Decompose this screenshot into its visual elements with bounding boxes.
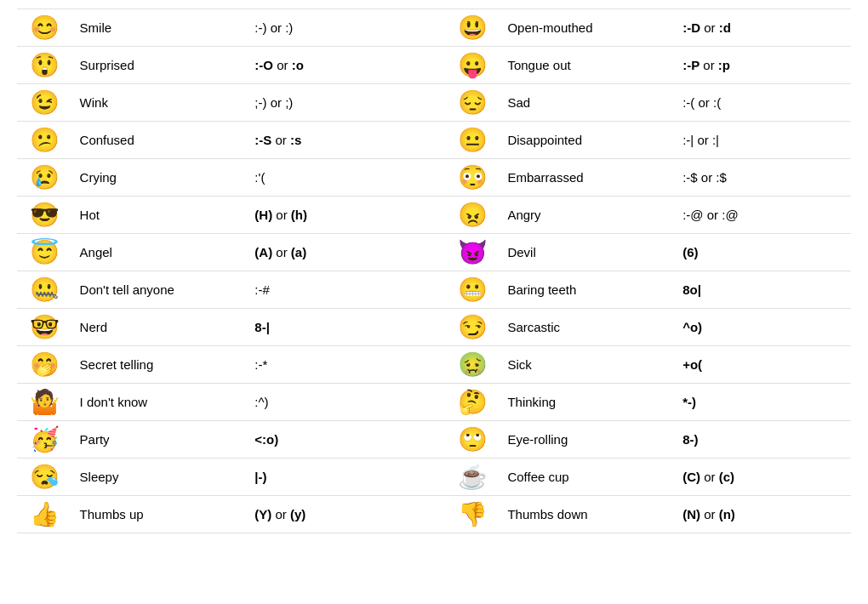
emoji-icon: 🙄	[445, 421, 501, 459]
emoji-name: Party	[73, 421, 248, 459]
emoji-name: Coffee cup	[500, 459, 676, 496]
emoji-name: Nerd	[73, 309, 248, 346]
emoji-icon: 😇	[17, 234, 73, 271]
table-row: 😕Confused:-S or :s😐Disappointed:-| or :|	[17, 122, 851, 159]
emoji-icon: 😐	[445, 122, 501, 159]
emoji-icon: 😃	[445, 9, 501, 47]
emoji-code: :-) or :)	[248, 9, 423, 47]
emoji-icon: 😲	[17, 47, 73, 84]
emoji-code: :-P or :p	[676, 47, 851, 84]
table-row: 😪Sleepy|-)☕Coffee cup(C) or (c)	[17, 459, 851, 496]
emoji-code: ^o)	[676, 309, 851, 346]
emoji-table: 😊Smile:-) or :)😃Open-mouthed:-D or :d😲Su…	[17, 9, 851, 533]
emoji-code: :-$ or :$	[676, 159, 851, 197]
emoji-code: 8o|	[676, 271, 851, 309]
table-row: 😉Wink;-) or ;)😔Sad:-( or :(	[17, 84, 851, 122]
emoji-name: Thumbs down	[500, 496, 676, 533]
emoji-name: Embarrassed	[500, 159, 676, 197]
column-divider	[423, 271, 445, 309]
column-divider	[423, 159, 445, 197]
table-row: 😲Surprised:-O or :o😛Tongue out:-P or :p	[17, 47, 851, 84]
emoji-name: Angel	[73, 234, 248, 271]
emoji-name: Baring teeth	[500, 271, 676, 309]
table-row: 👍Thumbs up(Y) or (y)👎Thumbs down(N) or (…	[17, 496, 851, 533]
emoji-name: Confused	[73, 122, 248, 159]
emoji-name: Crying	[73, 159, 248, 197]
column-divider	[423, 234, 445, 271]
column-divider	[423, 346, 445, 384]
table-row: 🥳Party<:o)🙄Eye-rolling8-)	[17, 421, 851, 459]
emoji-code: :-S or :s	[248, 122, 423, 159]
emoji-code: :-D or :d	[676, 9, 851, 47]
emoji-code: (A) or (a)	[248, 234, 423, 271]
column-divider	[423, 197, 445, 234]
emoji-icon: ☕	[445, 459, 501, 496]
column-divider	[423, 84, 445, 122]
emoji-icon: 😠	[445, 197, 501, 234]
emoji-icon: 🤐	[17, 271, 73, 309]
emoji-icon: 🥳	[17, 421, 73, 459]
emoji-icon: 😬	[445, 271, 501, 309]
emoji-name: Thinking	[500, 384, 676, 421]
emoji-name: Sarcastic	[500, 309, 676, 346]
emoji-code: ;-) or ;)	[248, 84, 423, 122]
emoji-name: Devil	[500, 234, 676, 271]
column-divider	[423, 459, 445, 496]
emoji-name: Hot	[73, 197, 248, 234]
table-row: 😇Angel(A) or (a)😈Devil(6)	[17, 234, 851, 271]
emoji-icon: 😏	[445, 309, 501, 346]
column-divider	[423, 9, 445, 47]
emoji-code: <:o)	[248, 421, 423, 459]
emoji-code: :-#	[248, 271, 423, 309]
emoji-name: Sick	[500, 346, 676, 384]
column-divider	[423, 496, 445, 533]
emoji-code: :-@ or :@	[676, 197, 851, 234]
emoji-name: Sleepy	[73, 459, 248, 496]
emoji-code: :-O or :o	[248, 47, 423, 84]
column-divider	[423, 122, 445, 159]
emoji-icon: 😔	[445, 84, 501, 122]
emoji-name: Tongue out	[500, 47, 676, 84]
emoji-icon: 😊	[17, 9, 73, 47]
emoji-name: Smile	[73, 9, 248, 47]
emoji-icon: 😢	[17, 159, 73, 197]
emoji-code: :-( or :(	[676, 84, 851, 122]
emoji-icon: 👍	[17, 496, 73, 533]
emoji-icon: 🤭	[17, 346, 73, 384]
table-row: 🤐Don't tell anyone:-#😬Baring teeth8o|	[17, 271, 851, 309]
table-row: 🤭Secret telling:-*🤢Sick+o(	[17, 346, 851, 384]
emoji-icon: 😳	[445, 159, 501, 197]
table-row: 🤷I don't know:^)🤔Thinking*-)	[17, 384, 851, 421]
emoji-icon: 😎	[17, 197, 73, 234]
table-row: 😢Crying:'(😳Embarrassed:-$ or :$	[17, 159, 851, 197]
emoji-icon: 😛	[445, 47, 501, 84]
emoji-code: (H) or (h)	[248, 197, 423, 234]
table-row: 😊Smile:-) or :)😃Open-mouthed:-D or :d	[17, 9, 851, 47]
emoji-code: |-)	[248, 459, 423, 496]
emoji-icon: 😪	[17, 459, 73, 496]
emoji-code: :-*	[248, 346, 423, 384]
emoji-code: 8-)	[676, 421, 851, 459]
emoji-name: Surprised	[73, 47, 248, 84]
emoji-icon: 🤢	[445, 346, 501, 384]
emoji-icon: 👎	[445, 496, 501, 533]
emoji-code: (Y) or (y)	[248, 496, 423, 533]
emoji-name: Open-mouthed	[500, 9, 676, 47]
emoji-code: :'(	[248, 159, 423, 197]
emoji-name: Wink	[73, 84, 248, 122]
emoji-name: I don't know	[73, 384, 248, 421]
emoji-code: :-| or :|	[676, 122, 851, 159]
column-divider	[423, 47, 445, 84]
main-container: 😊Smile:-) or :)😃Open-mouthed:-D or :d😲Su…	[0, 0, 868, 542]
emoji-name: Don't tell anyone	[73, 271, 248, 309]
table-row: 🤓Nerd8-|😏Sarcastic^o)	[17, 309, 851, 346]
emoji-code: :^)	[248, 384, 423, 421]
emoji-name: Eye-rolling	[500, 421, 676, 459]
emoji-code: *-)	[676, 384, 851, 421]
column-divider	[423, 309, 445, 346]
emoji-name: Secret telling	[73, 346, 248, 384]
table-row: 😎Hot(H) or (h)😠Angry:-@ or :@	[17, 197, 851, 234]
emoji-icon: 🤓	[17, 309, 73, 346]
emoji-code: (6)	[676, 234, 851, 271]
emoji-icon: 🤔	[445, 384, 501, 421]
